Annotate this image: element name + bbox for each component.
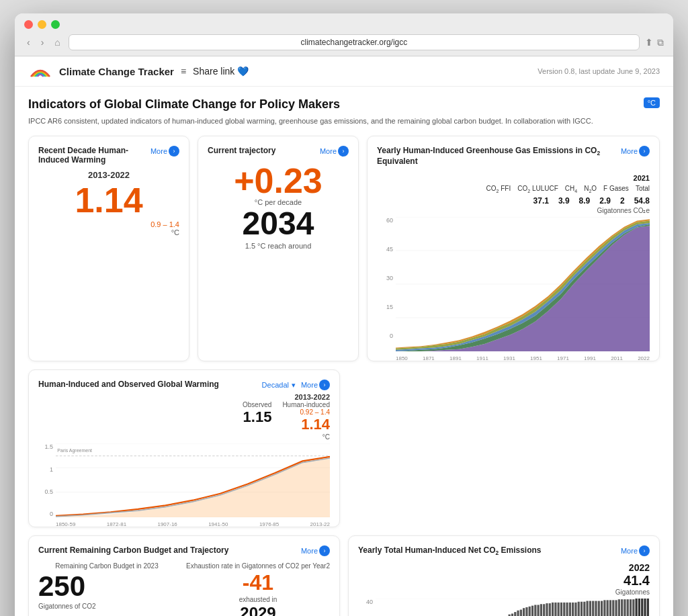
svg-rect-76	[538, 605, 540, 616]
svg-rect-114	[647, 599, 649, 616]
ghg-col-5: F Gases	[603, 185, 629, 193]
svg-rect-113	[644, 599, 646, 616]
svg-rect-75	[534, 605, 536, 616]
svg-rect-93	[587, 601, 589, 616]
ghg-year: 2021	[634, 174, 650, 182]
trajectory-card: Current trajectory More › +0.23 °C per d…	[198, 136, 359, 361]
remaining-unit: Gigatonnes of CO2	[38, 603, 175, 610]
address-bar[interactable]: climatechangetracker.org/igcc	[69, 34, 640, 50]
tab-icon[interactable]: ⧉	[657, 37, 664, 48]
svg-rect-67	[511, 613, 513, 616]
carbon-right: Exhaustion rate in Gigatonnes of CO2 per…	[186, 562, 330, 616]
carbon-budget-title: Current Remaining Carbon Budget and Traj…	[38, 545, 228, 555]
carbon-left: Remaining Carbon Budget in 2023 250 Giga…	[38, 562, 175, 610]
svg-rect-92	[583, 602, 585, 616]
warming-more-button[interactable]: More ›	[150, 146, 179, 157]
ghg-y-0: 0	[377, 333, 393, 339]
page-content: Climate Change Tracker ≡ Share link 💙 Ve…	[15, 56, 673, 616]
forward-button[interactable]: ›	[38, 36, 47, 49]
warming-stats: Observed 1.15 Human-induced 0.92 – 1.4 1…	[38, 401, 330, 441]
ghg-y-30: 30	[377, 275, 393, 281]
ghg-val-4: 2.9	[599, 196, 611, 206]
ghg-col-1: CO2 FFI	[486, 185, 511, 193]
svg-rect-102	[612, 600, 614, 616]
site-header-left: Climate Change Tracker ≡ Share link 💙	[28, 63, 249, 79]
main-content: Indicators of Global Climate Change for …	[15, 87, 673, 616]
home-button[interactable]: ⌂	[52, 36, 62, 49]
observed-stat: Observed 1.15	[243, 401, 271, 441]
ghg-unit: Gigatonnes CO₂e	[377, 207, 650, 214]
human-warming-more-button[interactable]: More ›	[301, 380, 330, 390]
human-value: 1.14	[282, 416, 330, 433]
svg-rect-84	[560, 603, 562, 616]
svg-rect-100	[607, 600, 609, 616]
bottom-grid: Current Remaining Carbon Budget and Traj…	[28, 535, 660, 616]
trajectory-more-button[interactable]: More ›	[320, 146, 349, 157]
svg-rect-108	[630, 599, 632, 616]
svg-rect-88	[572, 603, 574, 616]
ghg-col-2: CO2 LULUCF	[517, 185, 558, 193]
warming-card: Recent Decade Human-Induced Warming More…	[28, 136, 189, 361]
maximize-button[interactable]	[51, 20, 60, 29]
exhaust-value: -41	[186, 570, 330, 595]
carbon-budget-more-button[interactable]: More ›	[301, 545, 330, 556]
svg-rect-81	[552, 603, 554, 616]
exhaust-label: Exhaustion rate in Gigatonnes of CO2 per…	[186, 562, 330, 570]
svg-text:Paris Agreement: Paris Agreement	[57, 449, 92, 454]
svg-rect-69	[517, 611, 519, 616]
svg-rect-101	[609, 600, 611, 616]
svg-rect-73	[529, 607, 531, 616]
ghg-val-3: 8.9	[579, 196, 591, 206]
ghg-x-axis: 1850187118911911193119511971199120112022	[396, 355, 650, 361]
hw-more-arrow-icon: ›	[319, 380, 330, 390]
ghg-val-1: 37.1	[533, 196, 549, 206]
minimize-button[interactable]	[38, 20, 46, 29]
share-icon[interactable]: ⬆	[645, 37, 653, 48]
trajectory-year: 2034	[208, 206, 349, 242]
svg-rect-104	[618, 599, 620, 616]
svg-rect-106	[624, 599, 626, 616]
share-link-button[interactable]: Share link 💙	[193, 66, 249, 77]
hw-x-axis: 1850-591872-811907-161941-501976-852013-…	[56, 521, 330, 527]
browser-chrome: ‹ › ⌂ climatechangetracker.org/igcc ⬆ ⧉	[15, 13, 673, 56]
net-co2-year: 2022	[358, 562, 650, 573]
hw-decade: 2013-2022	[38, 393, 330, 401]
svg-rect-78	[543, 604, 545, 616]
svg-rect-103	[615, 600, 617, 616]
svg-rect-83	[558, 603, 560, 616]
net-co2-title: Yearly Total Human-Induced Net CO2 Emiss…	[358, 545, 542, 556]
svg-rect-105	[621, 599, 623, 616]
exhaust-year-label: exhausted in	[186, 595, 330, 604]
net-co2-card: Yearly Total Human-Induced Net CO2 Emiss…	[348, 535, 660, 616]
trajectory-year-label: 1.5 °C reach around	[208, 242, 349, 250]
ghg-col-3: CH4	[565, 185, 577, 193]
ghg-more-button[interactable]: More ›	[621, 146, 650, 157]
menu-icon[interactable]: ≡	[181, 66, 186, 77]
svg-rect-70	[520, 609, 522, 616]
svg-rect-79	[546, 603, 548, 616]
remaining-value: 250	[38, 570, 175, 603]
observed-value: 1.15	[243, 408, 271, 426]
svg-rect-82	[554, 603, 556, 616]
warming-card-title: Recent Decade Human-Induced Warming	[38, 146, 150, 165]
warming-unit: °C	[38, 228, 179, 236]
hw-y-15: 1.5	[38, 443, 53, 450]
ghg-y-60: 60	[377, 217, 393, 224]
ghg-val-2: 3.9	[558, 196, 570, 206]
svg-rect-107	[627, 599, 629, 616]
hw-y-1: 1	[38, 466, 53, 473]
ghg-col-6: Total	[636, 185, 650, 193]
browser-toolbar: ‹ › ⌂ climatechangetracker.org/igcc ⬆ ⧉	[24, 34, 664, 50]
svg-rect-112	[641, 599, 643, 616]
net-co2-value: 41.4	[358, 573, 650, 588]
celsius-badge[interactable]: °C	[644, 97, 660, 108]
net-co2-more-button[interactable]: More ›	[621, 545, 650, 556]
page-title: Indicators of Global Climate Change for …	[28, 97, 340, 112]
svg-rect-77	[540, 604, 542, 616]
chevron-down-icon: ▾	[292, 381, 296, 390]
decadal-selector[interactable]: Decadal ▾	[262, 381, 296, 390]
svg-rect-90	[578, 602, 580, 616]
back-button[interactable]: ‹	[24, 36, 33, 49]
close-button[interactable]	[24, 20, 33, 29]
svg-rect-86	[566, 603, 568, 616]
